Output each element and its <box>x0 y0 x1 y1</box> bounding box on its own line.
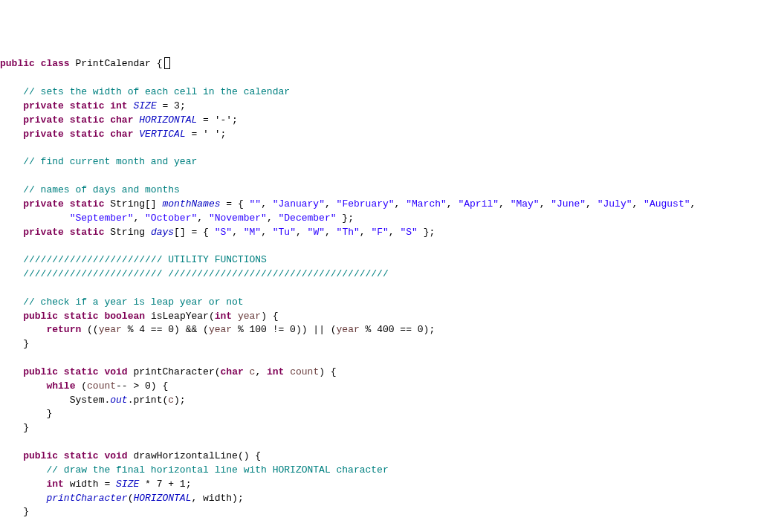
text-cursor <box>164 57 170 69</box>
string: "September" <box>70 213 134 224</box>
code: % 100 != 0)) || ( <box>232 324 336 335</box>
comment: //////////////////////// ///////////////… <box>23 268 388 279</box>
param: year <box>99 324 122 335</box>
string: "Tu" <box>273 227 296 238</box>
method-name: printCharacter( <box>134 366 221 377</box>
keyword: public <box>0 58 35 69</box>
keyword: int <box>110 100 127 111</box>
keyword: int <box>215 311 232 322</box>
param: year <box>337 324 360 335</box>
keyword: static <box>64 311 99 322</box>
comment: //////////////////////// UTILITY FUNCTIO… <box>23 254 267 265</box>
field: SIZE <box>116 479 139 490</box>
code: ); <box>174 395 186 406</box>
param: year <box>209 324 232 335</box>
type: String[] <box>110 198 156 210</box>
keyword: void <box>104 450 127 461</box>
string: "S" <box>400 227 417 238</box>
keyword: char <box>110 114 133 126</box>
method-call: printCharacter <box>46 493 127 504</box>
type: String <box>110 227 145 238</box>
brace: } <box>23 338 29 349</box>
code: (( <box>81 324 98 335</box>
brace: } <box>23 422 29 433</box>
comment: // check if a year is leap year or not <box>23 296 243 308</box>
string: "Th" <box>337 227 360 238</box>
code: ) { <box>261 311 278 322</box>
code: [] = { <box>174 227 215 238</box>
string: "F" <box>371 227 388 238</box>
param: c <box>168 395 174 406</box>
keyword: static <box>70 100 105 111</box>
code: width = <box>64 479 116 490</box>
keyword: int <box>46 479 63 490</box>
string: "January" <box>273 198 325 210</box>
param: year <box>238 311 261 322</box>
string: "December" <box>279 213 337 224</box>
code: % 400 == 0); <box>360 324 435 335</box>
keyword: static <box>70 114 105 126</box>
keyword: char <box>221 366 244 377</box>
keyword: private <box>23 227 64 238</box>
code-editor[interactable]: public class PrintCalendar { // sets the… <box>0 56 761 532</box>
comment: // draw the final horizontal line with H… <box>46 464 388 476</box>
string: "S" <box>215 227 232 238</box>
code-line: public class PrintCalendar { <box>0 58 170 69</box>
keyword: private <box>23 198 64 210</box>
keyword: boolean <box>104 311 145 322</box>
brace: { <box>157 58 163 69</box>
param: count <box>290 366 319 377</box>
code: = ' '; <box>186 129 227 140</box>
code: * 7 + 1; <box>139 479 191 490</box>
string: "" <box>250 198 262 210</box>
param: count <box>87 380 116 392</box>
keyword: static <box>64 366 99 377</box>
string: "March" <box>406 198 447 210</box>
string: "August" <box>644 198 690 210</box>
string: "October" <box>145 213 197 224</box>
keyword: static <box>70 198 105 210</box>
code: .print( <box>128 395 169 406</box>
keyword: public <box>23 366 58 377</box>
keyword: static <box>70 227 105 238</box>
comment: // sets the width of each cell in the ca… <box>23 86 290 97</box>
field: SIZE <box>133 100 156 111</box>
class-name: PrintCalendar <box>75 58 150 69</box>
keyword: class <box>41 58 70 69</box>
code: , width); <box>191 493 243 504</box>
keyword: private <box>23 100 64 111</box>
code: System. <box>70 395 111 406</box>
string: "May" <box>511 198 540 210</box>
brace: } <box>46 408 52 419</box>
code: % 4 == 0) && ( <box>122 324 209 335</box>
field: days <box>151 227 174 238</box>
keyword: private <box>23 129 64 140</box>
field: HORIZONTAL <box>139 114 197 126</box>
code: }; <box>337 213 354 224</box>
string: "June" <box>551 198 586 210</box>
method-name: drawHorizontalLine() { <box>134 450 262 461</box>
keyword: static <box>70 129 105 140</box>
code: ( <box>75 380 87 392</box>
field: HORIZONTAL <box>133 493 191 504</box>
keyword: public <box>23 450 58 461</box>
keyword: int <box>267 366 284 377</box>
keyword: public <box>23 311 58 322</box>
string: "July" <box>598 198 632 210</box>
string: "W" <box>308 227 325 238</box>
keyword: static <box>64 450 99 461</box>
code: ) { <box>319 366 336 377</box>
code: = 3; <box>157 100 186 111</box>
keyword: private <box>23 114 64 126</box>
field: VERTICAL <box>139 129 185 140</box>
code: , <box>255 366 267 377</box>
code: = { <box>221 198 250 210</box>
field: monthNames <box>163 198 221 210</box>
string: "M" <box>244 227 261 238</box>
method-name: isLeapYear( <box>151 311 215 322</box>
keyword: char <box>110 129 133 140</box>
code: = '-'; <box>197 114 238 126</box>
keyword: void <box>104 366 127 377</box>
string: "February" <box>337 198 395 210</box>
keyword: while <box>46 380 75 392</box>
